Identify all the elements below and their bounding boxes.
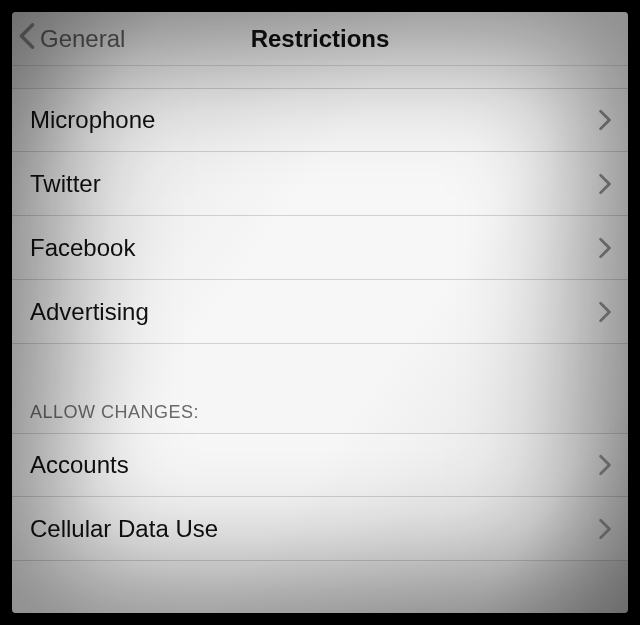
back-label: General — [40, 25, 125, 53]
settings-row-cellular-data-use[interactable]: Cellular Data Use — [12, 497, 628, 561]
settings-row-advertising[interactable]: Advertising — [12, 280, 628, 344]
row-label: Microphone — [30, 106, 155, 134]
settings-row-facebook[interactable]: Facebook — [12, 216, 628, 280]
screen: General Restrictions Microphone Twitter … — [12, 12, 628, 613]
row-label: Cellular Data Use — [30, 515, 218, 543]
back-button[interactable]: General — [12, 12, 125, 65]
settings-group-2: Accounts Cellular Data Use — [12, 433, 628, 561]
chevron-right-icon — [598, 301, 612, 323]
settings-group-1: Microphone Twitter Facebook Advertising — [12, 88, 628, 344]
chevron-right-icon — [598, 518, 612, 540]
frame: General Restrictions Microphone Twitter … — [0, 0, 640, 625]
section-header-allow-changes: ALLOW CHANGES: — [12, 402, 628, 433]
row-label: Twitter — [30, 170, 101, 198]
settings-row-accounts[interactable]: Accounts — [12, 433, 628, 497]
chevron-right-icon — [598, 173, 612, 195]
row-label: Accounts — [30, 451, 129, 479]
chevron-right-icon — [598, 454, 612, 476]
row-label: Facebook — [30, 234, 135, 262]
settings-row-twitter[interactable]: Twitter — [12, 152, 628, 216]
settings-header: General Restrictions — [12, 12, 628, 66]
chevron-left-icon — [18, 22, 36, 56]
row-label: Advertising — [30, 298, 149, 326]
chevron-right-icon — [598, 237, 612, 259]
spacer — [12, 66, 628, 88]
settings-row-microphone[interactable]: Microphone — [12, 88, 628, 152]
chevron-right-icon — [598, 109, 612, 131]
spacer — [12, 344, 628, 402]
